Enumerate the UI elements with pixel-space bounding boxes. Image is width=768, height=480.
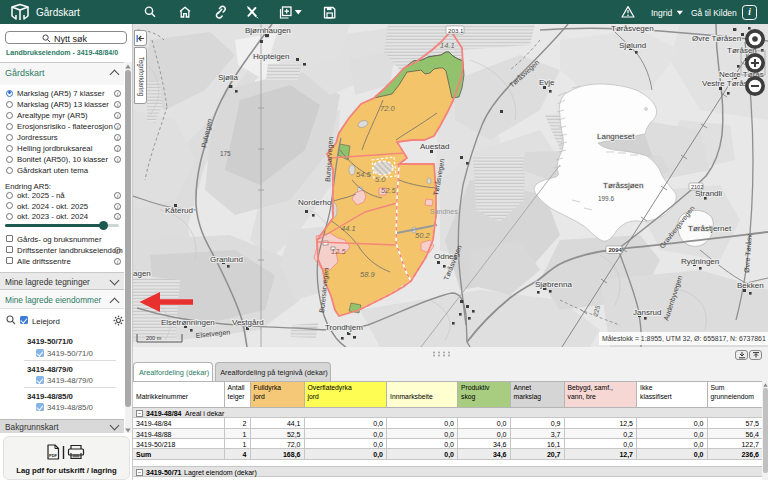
svg-text:Bjørnhaugen: Bjørnhaugen xyxy=(245,26,291,35)
svg-text:Rydningen: Rydningen xyxy=(681,257,719,266)
svg-text:Vestgård: Vestgård xyxy=(232,318,264,327)
svg-text:175: 175 xyxy=(220,150,231,157)
svg-text:44.1: 44.1 xyxy=(341,224,356,233)
svg-text:Elsetrønningen: Elsetrønningen xyxy=(161,318,215,327)
svg-text:14.1: 14.1 xyxy=(440,41,455,50)
svg-text:52.5: 52.5 xyxy=(381,186,396,195)
svg-text:199.6: 199.6 xyxy=(598,195,614,202)
svg-text:2102: 2102 xyxy=(691,184,703,190)
svg-text:5.0: 5.0 xyxy=(375,175,386,184)
svg-text:Sjølund: Sjølund xyxy=(619,41,646,50)
svg-text:agen: agen xyxy=(133,269,151,278)
svg-text:203.1: 203.1 xyxy=(448,27,464,34)
svg-text:Sjølia: Sjølia xyxy=(218,73,239,82)
svg-text:Tøråstjernet: Tøråstjernet xyxy=(688,224,732,233)
svg-text:Sjøbrenna: Sjøbrenna xyxy=(535,280,572,289)
svg-text:50.2: 50.2 xyxy=(415,231,430,240)
svg-text:Bekken: Bekken xyxy=(737,281,764,290)
svg-text:Evje: Evje xyxy=(539,78,555,87)
svg-text:72.0: 72.0 xyxy=(380,104,395,113)
svg-text:12.5: 12.5 xyxy=(331,247,346,256)
svg-text:58.9: 58.9 xyxy=(360,270,375,279)
svg-text:200 m: 200 m xyxy=(146,335,162,341)
svg-text:Øvre Tøråsen: Øvre Tøråsen xyxy=(692,34,741,43)
svg-text:Auestad: Auestad xyxy=(420,142,449,151)
svg-text:Strandli: Strandli xyxy=(695,189,722,198)
svg-text:Hopteigen: Hopteigen xyxy=(253,52,289,61)
svg-text:Tøråsvegen: Tøråsvegen xyxy=(611,24,654,33)
svg-text:54.5: 54.5 xyxy=(356,170,371,179)
svg-text:PDF: PDF xyxy=(49,453,58,458)
svg-text:Norderhov: Norderhov xyxy=(298,198,335,207)
svg-text:Sandnes: Sandnes xyxy=(430,208,458,215)
svg-text:Langneset: Langneset xyxy=(597,132,635,141)
svg-text:Jansrud: Jansrud xyxy=(633,308,661,317)
svg-text:Trondhjem: Trondhjem xyxy=(325,323,363,332)
svg-text:Tøråssjøen: Tøråssjøen xyxy=(603,181,643,190)
svg-text:Kåterud: Kåterud xyxy=(165,206,193,215)
svg-text:2094: 2094 xyxy=(609,247,623,253)
svg-text:Granlund: Granlund xyxy=(210,255,243,264)
svg-text:Målestokk = 1:8955, UTM 32, Ø:: Målestokk = 1:8955, UTM 32, Ø: 655817, N… xyxy=(602,335,766,342)
